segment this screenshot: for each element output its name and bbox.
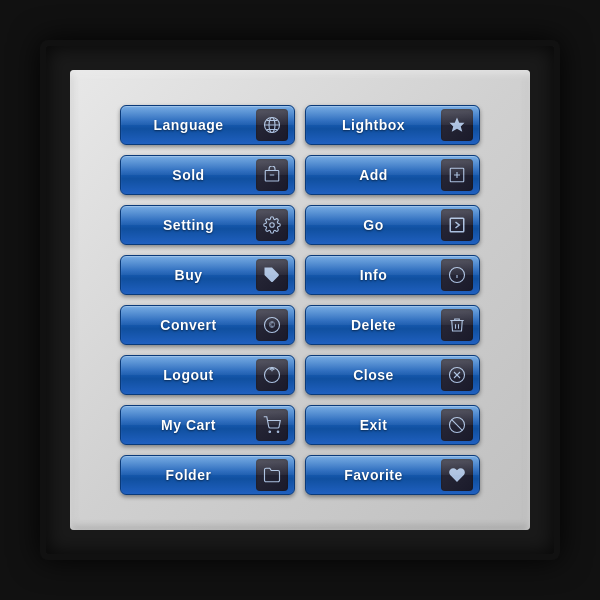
sold-button[interactable]: Sold	[120, 155, 295, 195]
svg-point-11	[270, 223, 275, 228]
convert-label: Convert	[121, 317, 256, 333]
exit-button[interactable]: Exit	[305, 405, 480, 445]
add-label: Add	[306, 167, 441, 183]
language-button[interactable]: Language	[120, 105, 295, 145]
favorite-button[interactable]: Favorite	[305, 455, 480, 495]
buy-button[interactable]: Buy	[120, 255, 295, 295]
convert-icon: ©	[256, 309, 288, 341]
lightbox-label: Lightbox	[306, 117, 441, 133]
svg-marker-5	[450, 118, 465, 132]
go-button[interactable]: Go	[305, 205, 480, 245]
lightbox-button[interactable]: Lightbox	[305, 105, 480, 145]
close-icon	[441, 359, 473, 391]
svg-line-27	[452, 420, 463, 431]
exit-icon	[441, 409, 473, 441]
logout-icon	[256, 359, 288, 391]
language-icon	[256, 109, 288, 141]
svg-point-19	[265, 368, 280, 383]
mycart-button[interactable]: My Cart	[120, 405, 295, 445]
setting-button[interactable]: Setting	[120, 205, 295, 245]
sold-icon	[256, 159, 288, 191]
button-grid: LanguageLightboxSoldAddSettingGoBuyInfoC…	[100, 85, 500, 515]
logout-label: Logout	[121, 367, 256, 383]
info-icon	[441, 259, 473, 291]
close-label: Close	[306, 367, 441, 383]
folder-button[interactable]: Folder	[120, 455, 295, 495]
inner-panel: LanguageLightboxSoldAddSettingGoBuyInfoC…	[70, 70, 530, 530]
favorite-label: Favorite	[306, 467, 441, 483]
info-label: Info	[306, 267, 441, 283]
exit-label: Exit	[306, 417, 441, 433]
svg-point-25	[277, 431, 279, 433]
add-icon	[441, 159, 473, 191]
delete-label: Delete	[306, 317, 441, 333]
svg-rect-12	[450, 218, 464, 232]
outer-frame: LanguageLightboxSoldAddSettingGoBuyInfoC…	[40, 40, 560, 560]
buy-icon	[256, 259, 288, 291]
language-label: Language	[121, 117, 256, 133]
go-icon	[441, 209, 473, 241]
svg-point-24	[269, 431, 271, 433]
svg-rect-6	[265, 171, 279, 182]
mycart-icon	[256, 409, 288, 441]
favorite-icon	[441, 459, 473, 491]
buy-label: Buy	[121, 267, 256, 283]
setting-label: Setting	[121, 217, 256, 233]
svg-text:©: ©	[269, 321, 275, 330]
go-label: Go	[306, 217, 441, 233]
folder-label: Folder	[121, 467, 256, 483]
lightbox-icon	[441, 109, 473, 141]
folder-icon	[256, 459, 288, 491]
delete-button[interactable]: Delete	[305, 305, 480, 345]
add-button[interactable]: Add	[305, 155, 480, 195]
setting-icon	[256, 209, 288, 241]
mycart-label: My Cart	[121, 417, 256, 433]
logout-button[interactable]: Logout	[120, 355, 295, 395]
convert-button[interactable]: Convert©	[120, 305, 295, 345]
close-button[interactable]: Close	[305, 355, 480, 395]
info-button[interactable]: Info	[305, 255, 480, 295]
delete-icon	[441, 309, 473, 341]
sold-label: Sold	[121, 167, 256, 183]
